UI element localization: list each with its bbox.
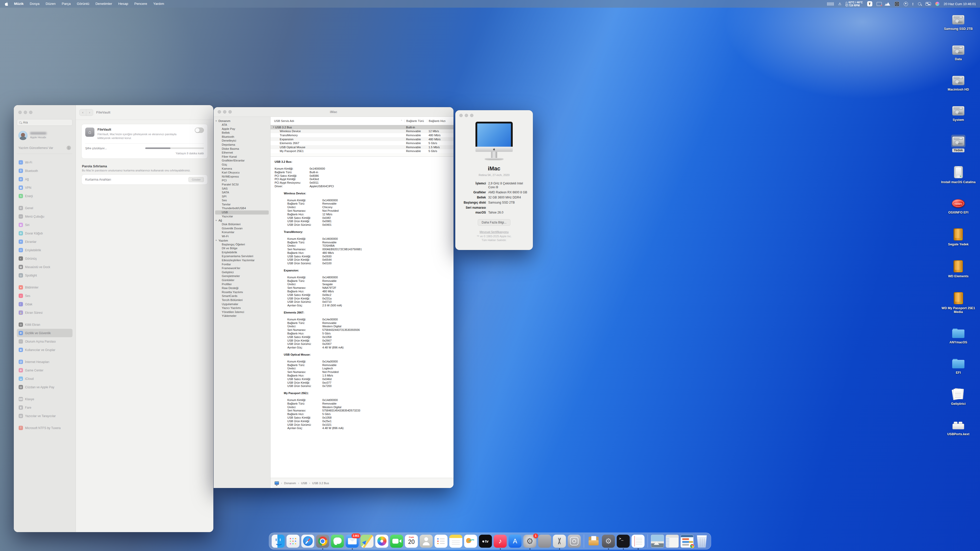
dock-instagram-icon[interactable]: [568, 535, 581, 548]
histogram-icon[interactable]: [827, 2, 834, 6]
tree-item-paralel-scsi[interactable]: Paralel SCSI: [215, 183, 269, 187]
table-row-usb-optical-mouse[interactable]: USB Optical MouseRemovable1.5 Mb/s: [270, 145, 453, 149]
column-connection-type[interactable]: Bağlantı Türü: [404, 119, 427, 122]
tree-item-pci[interactable]: PCI: [215, 179, 269, 183]
sidebar-item-bildirimler[interactable]: ●Bildirimler: [17, 283, 73, 292]
window-controls[interactable]: [18, 111, 73, 114]
back-button[interactable]: ‹: [80, 110, 86, 116]
dock-textedit-icon[interactable]: [632, 535, 645, 548]
sidebar-item-fare[interactable]: ▮Fare: [17, 403, 73, 412]
column-service-name[interactable]: USB Servis Adı⌃: [270, 119, 404, 122]
desktop-icon-geliştirici[interactable]: Geliştirici: [951, 387, 966, 406]
tree-item-güvenlik-duvarı[interactable]: Güvenlik Duvarı: [215, 227, 269, 230]
sidebar-item-odak[interactable]: ☾Odak: [17, 300, 73, 308]
network-error-icon[interactable]: [877, 2, 882, 6]
close-button[interactable]: [460, 114, 463, 117]
tree-item-smartcards[interactable]: SmartCards: [215, 294, 269, 298]
sidebar-item-microsoft-ntfs-by-tuxera[interactable]: TMicrosoft NTFS by Tuxera: [17, 424, 73, 432]
breadcrumb-hardware[interactable]: Donanım: [284, 482, 296, 485]
dock-min-finder-icon[interactable]: [666, 535, 679, 548]
tree-item-ses[interactable]: Ses: [215, 198, 269, 203]
sidebar-item-gizlilik-ve-güvenlik[interactable]: ✱Gizlilik ve Güvenlik: [17, 329, 73, 337]
forward-button[interactable]: ›: [86, 110, 93, 116]
desktop-icon-anymacos[interactable]: ANYmacOS: [950, 327, 967, 345]
tree-item-güç[interactable]: Güç: [215, 163, 269, 167]
dock-terminal-icon[interactable]: [617, 535, 630, 548]
menu-denetimler[interactable]: Denetimler: [92, 0, 115, 8]
sidebar-item-cüzdan-ve-apple-pay[interactable]: ▤Cüzdan ve Apple Pay: [17, 383, 73, 391]
table-row-expansion[interactable]: ExpansionRemovable480 Mb/s: [270, 137, 453, 141]
menu-bar-clock[interactable]: 20 Haz Cum 10:46:01: [944, 2, 976, 6]
sidebar-item-ses[interactable]: ◖Ses: [17, 292, 73, 300]
tree-item-apple-pay[interactable]: Apple Pay: [215, 127, 269, 131]
dock-min-browser-icon[interactable]: [681, 535, 694, 548]
disclosure-icon[interactable]: ▼: [272, 126, 275, 128]
sidebar-item-kullanıcılar-ve-gruplar[interactable]: ☻Kullanıcılar ve Gruplar: [17, 346, 73, 354]
dock-chrome-icon[interactable]: [316, 535, 329, 548]
breadcrumb-usb[interactable]: USB: [301, 482, 307, 485]
tree-item-denetleyici[interactable]: Denetleyici: [215, 139, 269, 143]
alert-icon[interactable]: !: [912, 2, 914, 6]
zoom-button[interactable]: [29, 111, 32, 114]
sidebar-item-wi-fi[interactable]: ≈Wi-Fi: [17, 158, 73, 167]
dock-finder-icon[interactable]: [272, 535, 285, 548]
desktop-icon-wd-my-passport-25e1-media[interactable]: WD My Passport 25E1 Media: [939, 291, 977, 314]
desktop-icon-yedek[interactable]: Yedek: [951, 135, 966, 152]
dock-min-image-icon[interactable]: [651, 535, 664, 548]
sidebar-item-ağ[interactable]: ⊕Ağ: [17, 175, 73, 183]
tree-item-etkisizleştirilen-yazılımlar[interactable]: Etkisizleştirilen Yazılımlar: [215, 259, 269, 262]
menu-düzen[interactable]: Düzen: [43, 0, 59, 8]
dock-reminders-icon[interactable]: [434, 535, 448, 548]
sidebar-item-oturum-açma-parolası[interactable]: ⋯Oturum Açma Parolası: [17, 337, 73, 346]
sidebar-item-genel[interactable]: ⚙Genel: [17, 204, 73, 212]
desktop-icon-data[interactable]: Data: [951, 44, 966, 61]
fan-mountain-icon[interactable]: [886, 2, 890, 6]
sidebar-item-duvar-k-ğıdı[interactable]: ✿Duvar Kâğıdı: [17, 229, 73, 238]
dock-music-icon[interactable]: ♪: [494, 535, 507, 548]
sidebar-item-ekran-süresi[interactable]: ⌛Ekran Süresi: [17, 308, 73, 317]
tinkertool-icon[interactable]: T: [867, 1, 872, 6]
zoom-button[interactable]: [470, 114, 473, 117]
tree-section-yazılım[interactable]: ▼Yazılım: [215, 238, 269, 243]
sidebar-item-vpn[interactable]: ▣VPN: [17, 183, 73, 192]
tree-item-thunderbolt-usb4[interactable]: Thunderbolt/USB4: [215, 206, 269, 210]
sidebar-item-game-center[interactable]: ✤Game Center: [17, 366, 73, 375]
minimize-button[interactable]: [24, 111, 27, 114]
tree-item-sas[interactable]: SAS: [215, 187, 269, 191]
desktop-icon-usbports-kext[interactable]: USBPorts.kext: [947, 419, 969, 436]
sidebar-item-i-nternet-hesapları[interactable]: @İnternet Hesapları: [17, 358, 73, 366]
dock-safari-icon[interactable]: [301, 535, 314, 548]
tree-item-sata[interactable]: SATA: [215, 191, 269, 195]
dock-appletv-icon[interactable]: tv: [479, 535, 492, 548]
tree-item-kamera[interactable]: Kamera: [215, 167, 269, 171]
pane-splitter[interactable]: [270, 153, 453, 157]
menu-müzik[interactable]: Müzik: [11, 0, 27, 8]
tree-item-günlükler[interactable]: Günlükler: [215, 278, 269, 283]
more-info-button[interactable]: Daha Fazla Bilgi...: [478, 219, 510, 226]
filevault-toggle[interactable]: [195, 127, 204, 133]
screen-capture-icon[interactable]: [894, 2, 899, 6]
tree-item-ata[interactable]: ATA: [215, 123, 269, 127]
table-row-elements-2667[interactable]: Elements 2667Removable5 Gb/s: [270, 141, 453, 145]
sidebar-item-erişilebilirlik[interactable]: ⊙Erişilebilirlik: [17, 246, 73, 254]
tree-item-nvmexpress[interactable]: NVMExpress: [215, 175, 269, 179]
dock-facetime-icon[interactable]: [390, 535, 403, 548]
tree-item-yazıcı-yazılımı[interactable]: Yazıcı Yazılımı: [215, 306, 269, 310]
apple-menu-icon[interactable]: [5, 2, 8, 6]
dock-freeform-icon[interactable]: [464, 535, 477, 548]
menu-yardım[interactable]: Yardım: [150, 0, 167, 8]
sidebar-item-ekranlar[interactable]: ☀Ekranlar: [17, 238, 73, 246]
desktop-icon-macintosh-hd[interactable]: Macintosh HD: [948, 74, 969, 92]
tree-item-rosetta-yazılımı[interactable]: Rosetta Yazılımı: [215, 290, 269, 294]
tree-section-ağ[interactable]: ▼Ağ: [215, 218, 269, 222]
warning-icon[interactable]: ⚠: [838, 2, 842, 6]
desktop-icon-system[interactable]: System: [951, 104, 966, 122]
dock-photos-icon[interactable]: [375, 535, 388, 548]
tree-item-uygulamalar[interactable]: Uygulamalar: [215, 302, 269, 306]
tree-item-yüklemeler[interactable]: Yüklemeler: [215, 314, 269, 318]
tree-item-raw-desteği[interactable]: Raw Desteği: [215, 286, 269, 290]
playback-icon[interactable]: [904, 2, 908, 6]
tree-item-ethernet[interactable]: Ethernet: [215, 151, 269, 155]
tree-item-eşzamanlama-servisleri[interactable]: Eşzamanlama Servisleri: [215, 254, 269, 259]
control-center-icon[interactable]: [925, 2, 931, 6]
